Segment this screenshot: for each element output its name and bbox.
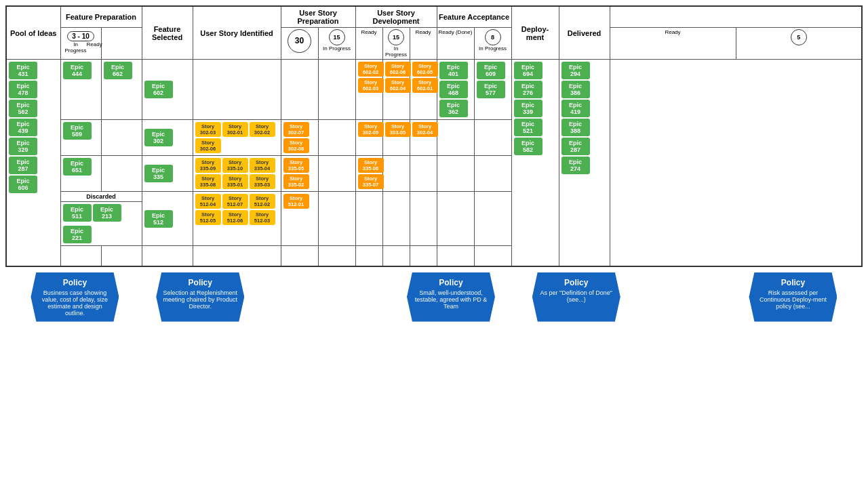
fa-ready-cell: Ready	[610, 28, 736, 60]
usp-ready-512	[318, 192, 355, 246]
story-602-02: Story602-02	[358, 62, 384, 77]
pool-epic-606: Epic606	[9, 176, 37, 193]
story-602-05: Story602-05	[412, 62, 438, 77]
epic-521: Epic521	[514, 119, 542, 136]
epic-662: Epic662	[104, 62, 132, 79]
story-335-01: Story335-01	[222, 174, 248, 189]
col-header-fa: Feature Acceptance	[437, 6, 511, 28]
epic-302-sel: Epic302	[144, 129, 173, 146]
usd-ready-302: Story303-05	[382, 120, 410, 156]
usi-302: Story302-03 Story302-01 Story302-02 Stor…	[193, 120, 281, 156]
usi-602	[193, 60, 281, 120]
policy-5-text: Risk assessed per Continuous Deploy-ment…	[755, 289, 830, 310]
usi-header-label: User Story Identified	[200, 29, 273, 37]
usd-ready-cell: Ready	[410, 28, 437, 60]
fa-ready-609: Epic609 Epic577	[474, 60, 511, 120]
usp-in-302: Story302-07 Story302-08	[281, 120, 318, 156]
story-302-02: Story302-02	[250, 122, 275, 137]
story-302-09: Story302-09	[358, 122, 384, 137]
feat-prep-ready-662: Epic662	[101, 60, 142, 120]
fa-ready-r3	[474, 156, 511, 192]
epic-302-row: Epic589 Epic302 Story302-03 Story302-01 …	[6, 120, 862, 156]
epic-468: Epic468	[439, 81, 468, 98]
feat-sel-335: Epic335	[142, 156, 193, 192]
feat-sel-header-label: Feature Selected	[152, 25, 182, 41]
epic-602-sel: Epic602	[144, 81, 173, 98]
feat-sel-512: Epic512	[142, 192, 193, 246]
usd-ready-label2: Ready	[415, 29, 431, 35]
epic-386: Epic386	[561, 81, 590, 98]
usp-ready-602	[318, 60, 355, 120]
epic-419: Epic419	[561, 100, 590, 117]
story-335-03: Story335-03	[250, 174, 275, 189]
story-302-03: Story302-03	[195, 122, 221, 137]
story-335-08: Story335-08	[195, 174, 221, 189]
usi-wip-cell: 30	[281, 28, 318, 60]
usp-in-label: In Progress	[323, 45, 351, 52]
epic-274: Epic274	[561, 157, 590, 174]
usd-in-r5	[355, 246, 382, 266]
main-container: Pool of Ideas Feature Preparation Featur…	[0, 0, 868, 488]
deploy-wip-cell: 5	[736, 28, 862, 60]
usp-ready-335	[318, 156, 355, 192]
policy-1-title: Policy	[37, 278, 112, 287]
feat-prep-ready-col	[101, 28, 142, 60]
story-512-03: Story512-03	[250, 210, 275, 225]
story-512-04: Story512-04	[195, 194, 221, 209]
fa-wip-badge: 8	[485, 29, 501, 45]
col-header-usd: User Story Development	[355, 6, 437, 28]
fa-ready-r4	[474, 192, 511, 246]
usp-in-512: Story512-01	[281, 192, 318, 246]
epic-444: Epic444	[63, 62, 92, 79]
usd-in-wip-cell: 15 In Progress	[382, 28, 410, 60]
story-335-07: Story335-07	[358, 174, 384, 189]
epic-362: Epic362	[439, 100, 468, 117]
pool-column: Epic431 Epic478 Epic562 Epic439 Epic329 …	[6, 60, 60, 266]
epic-287-del: Epic287	[561, 138, 590, 155]
epic-582: Epic582	[514, 138, 542, 155]
epic-401: Epic401	[439, 62, 468, 79]
epic-602-row: Epic431 Epic478 Epic562 Epic439 Epic329 …	[6, 60, 862, 120]
feat-prep-header-label: Feature Preparation	[66, 13, 136, 21]
feat-prep-ready-r5	[101, 246, 142, 266]
col-header-usp: User Story Preparation	[281, 6, 355, 28]
usd-in-label: In Progress	[385, 45, 407, 58]
usp-ready-r5	[318, 246, 355, 266]
usd-ready-512	[382, 192, 410, 246]
story-602-03: Story602-03	[358, 78, 384, 93]
usd-done-512	[410, 192, 437, 246]
epic-339: Epic339	[514, 100, 542, 117]
col-header-usi: User Story Identified	[193, 6, 281, 60]
story-335-05: Story335-05	[283, 158, 309, 173]
fa-in-label: In Progress	[479, 45, 507, 52]
story-302-08: Story302-08	[283, 138, 309, 153]
feat-prep-inprogress-444: Epic444	[60, 60, 101, 120]
usd-done-602: Story602-05 Story602-01	[410, 60, 437, 120]
policy-3-title: Policy	[414, 278, 488, 287]
story-602-04: Story602-04	[385, 78, 411, 93]
col-header-pool: Pool of Ideas	[6, 6, 60, 60]
usp-header-label: User Story Preparation	[297, 9, 338, 25]
usd-header-label: User Story Development	[372, 9, 419, 25]
story-602-06: Story602-06	[385, 62, 411, 77]
policy-4-text: As per "Definition of Done" (see...)	[539, 289, 614, 303]
delivered-column: Epic294 Epic386 Epic419 Epic388 Epic287 …	[559, 60, 610, 266]
story-602-01: Story602-01	[412, 78, 438, 93]
policy-box-1: Policy Business case showing value, cost…	[31, 272, 119, 322]
usp-in-335: Story335-05 Story335-02	[281, 156, 318, 192]
epic-609: Epic609	[477, 62, 505, 79]
story-302-06: Story302-06	[195, 138, 221, 153]
usd-in-302: Story302-09	[355, 120, 382, 156]
fa-in-r5	[437, 246, 474, 266]
feat-prep-discarded: Discarded Epic511 Epic213 Epic221	[60, 192, 142, 246]
epic-276: Epic276	[514, 81, 542, 98]
deploy-wip-badge: 5	[791, 29, 807, 45]
pool-epic-562: Epic562	[9, 100, 37, 117]
feat-sel-302: Epic302	[142, 120, 193, 156]
usd-in-602: Story602-02 Story602-03	[355, 60, 382, 120]
discarded-label: Discarded	[61, 192, 142, 202]
column-headers: Pool of Ideas Feature Preparation Featur…	[6, 6, 862, 28]
epic-335-sel: Epic335	[144, 165, 173, 182]
story-335-02: Story335-02	[283, 174, 309, 189]
col-header-feat-sel: Feature Selected	[142, 6, 193, 60]
